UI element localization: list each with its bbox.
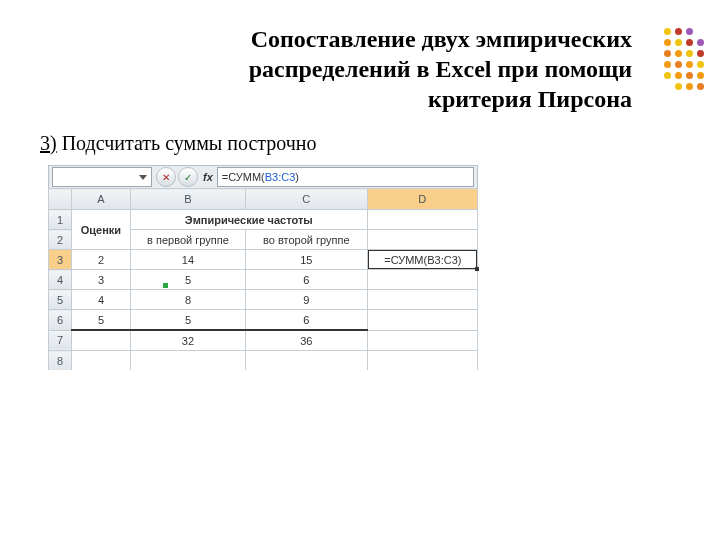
cell-A7[interactable] [72, 330, 131, 351]
cell-B1[interactable]: Эмпирические частоты [130, 210, 367, 230]
row-head-8[interactable]: 8 [49, 351, 72, 371]
cell-D2[interactable] [367, 230, 477, 250]
row-3: 3 2 14 15 =СУММ(B3:C3) [49, 250, 478, 270]
cell-B4[interactable]: 5 [130, 270, 245, 290]
cell-C6[interactable]: 6 [245, 310, 367, 331]
col-A[interactable]: A [72, 189, 131, 210]
cell-C7[interactable]: 36 [245, 330, 367, 351]
cell-B5[interactable]: 8 [130, 290, 245, 310]
cell-C4[interactable]: 6 [245, 270, 367, 290]
formula-bar: ✕ ✓ fx =СУММ(B3:C3) [48, 165, 478, 188]
row-head-4[interactable]: 4 [49, 270, 72, 290]
title-line-2: распределений в Excel при помощи [249, 56, 632, 82]
col-B[interactable]: B [130, 189, 245, 210]
fill-handle-icon[interactable] [475, 267, 479, 271]
trace-dot-icon [163, 283, 168, 288]
cell-D7[interactable] [367, 330, 477, 351]
row-8: 8 [49, 351, 478, 371]
formula-input[interactable]: =СУММ(B3:C3) [217, 167, 474, 187]
cell-B8[interactable] [130, 351, 245, 371]
slide-title: Сопоставление двух эмпирических распреде… [112, 24, 632, 114]
cancel-button[interactable]: ✕ [156, 167, 176, 187]
cell-A5[interactable]: 4 [72, 290, 131, 310]
formula-suffix: ) [295, 171, 299, 183]
excel-screenshot: ✕ ✓ fx =СУММ(B3:C3) A B C D 1 Оценки Эмп… [48, 165, 478, 370]
step-number: 3) [40, 132, 57, 154]
cell-A8[interactable] [72, 351, 131, 371]
row-5: 5 4 8 9 [49, 290, 478, 310]
step-bullet: 3) Подсчитать суммы построчно [40, 132, 680, 155]
cell-D5[interactable] [367, 290, 477, 310]
formula-range: B3:C3 [265, 171, 296, 183]
row-head-2[interactable]: 2 [49, 230, 72, 250]
cell-C3[interactable]: 15 [245, 250, 367, 270]
cell-A1[interactable]: Оценки [72, 210, 131, 250]
cell-C5[interactable]: 9 [245, 290, 367, 310]
formula-prefix: =СУММ( [222, 171, 265, 183]
fx-label[interactable]: fx [203, 171, 213, 183]
row-6: 6 5 5 6 [49, 310, 478, 331]
row-head-3[interactable]: 3 [49, 250, 72, 270]
row-head-5[interactable]: 5 [49, 290, 72, 310]
cell-A3[interactable]: 2 [72, 250, 131, 270]
row-1: 1 Оценки Эмпирические частоты [49, 210, 478, 230]
cell-D4[interactable] [367, 270, 477, 290]
cell-B6[interactable]: 5 [130, 310, 245, 331]
cell-B2[interactable]: в первой группе [130, 230, 245, 250]
col-C[interactable]: C [245, 189, 367, 210]
name-box[interactable] [52, 167, 152, 187]
cell-B3[interactable]: 14 [130, 250, 245, 270]
row-head-6[interactable]: 6 [49, 310, 72, 331]
row-head-7[interactable]: 7 [49, 330, 72, 351]
decorative-dots [664, 28, 704, 90]
cell-A4[interactable]: 3 [72, 270, 131, 290]
cell-D6[interactable] [367, 310, 477, 331]
cell-D3-active[interactable]: =СУММ(B3:C3) [367, 250, 477, 270]
col-header-row: A B C D [49, 189, 478, 210]
cell-B7[interactable]: 32 [130, 330, 245, 351]
row-4: 4 3 5 6 [49, 270, 478, 290]
cell-D8[interactable] [367, 351, 477, 371]
confirm-button[interactable]: ✓ [178, 167, 198, 187]
row-7: 7 32 36 [49, 330, 478, 351]
check-icon: ✓ [184, 172, 192, 183]
spreadsheet-grid[interactable]: A B C D 1 Оценки Эмпирические частоты 2 … [48, 188, 478, 370]
select-all-corner[interactable] [49, 189, 72, 210]
cell-D1[interactable] [367, 210, 477, 230]
cell-C8[interactable] [245, 351, 367, 371]
step-text: Подсчитать суммы построчно [57, 132, 317, 154]
cell-A6[interactable]: 5 [72, 310, 131, 331]
x-icon: ✕ [162, 172, 170, 183]
col-D[interactable]: D [367, 189, 477, 210]
title-line-3: критерия Пирсона [428, 86, 632, 112]
cell-C2[interactable]: во второй группе [245, 230, 367, 250]
row-head-1[interactable]: 1 [49, 210, 72, 230]
chevron-down-icon [139, 175, 147, 180]
title-line-1: Сопоставление двух эмпирических [251, 26, 632, 52]
